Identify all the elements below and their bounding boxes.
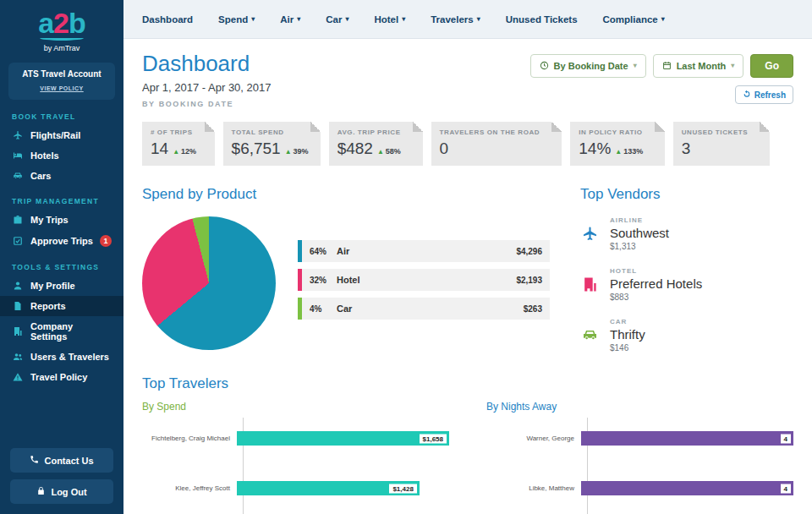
vendor-name: Southwest [610, 226, 669, 240]
calendar-icon [662, 61, 672, 72]
view-policy-link[interactable]: VIEW POLICY [40, 85, 83, 91]
up-arrow-icon: ▲ [173, 148, 179, 156]
sidebar-item-travel-policy[interactable]: Travel Policy [0, 367, 123, 387]
logo-byline: by AmTrav [0, 44, 123, 52]
sidebar-item-cars[interactable]: Cars [0, 166, 123, 186]
vendor-amount: $1,313 [610, 242, 669, 251]
bar-row: Libke, Matthew 4 [486, 481, 793, 495]
sidebar-item-hotels[interactable]: Hotels [0, 145, 123, 166]
legend-swatch [298, 298, 302, 320]
log-out-button[interactable]: Log Out [10, 479, 113, 504]
spend-bar: $1,428 [237, 481, 420, 495]
account-name: ATS Travel Account [14, 69, 110, 79]
chevron-down-icon: ▾ [477, 16, 480, 23]
page-header: Dashboard Apr 1, 2017 - Apr 30, 2017 BY … [142, 51, 793, 108]
legend-swatch [298, 269, 302, 291]
chevron-down-icon: ▾ [402, 16, 405, 23]
by-spend-label: By Spend [142, 401, 449, 413]
legend-pct: 32% [310, 276, 337, 285]
go-button[interactable]: Go [750, 54, 793, 78]
up-arrow-icon: ▲ [615, 148, 622, 156]
tab-air[interactable]: Air▾ [280, 14, 300, 25]
sidebar-item-users-travelers[interactable]: Users & Travelers [0, 347, 123, 367]
building-icon [12, 326, 24, 336]
account-card: ATS Travel Account VIEW POLICY [8, 63, 115, 100]
kpi-label: TRAVELERS ON THE ROAD [440, 128, 551, 136]
chevron-down-icon: ▾ [297, 16, 300, 23]
phone-icon [30, 455, 39, 466]
section-label-tools-settings: TOOLS & SETTINGS [0, 252, 123, 276]
sidebar-item-flights-rail[interactable]: Flights/Rail [0, 125, 123, 145]
up-arrow-icon: ▲ [377, 148, 384, 156]
legend-pct: 4% [310, 304, 337, 314]
kpi-label: TOTAL SPEND [232, 128, 309, 136]
traveler-name: Warner, George [486, 435, 581, 442]
logo-text: a2b [0, 8, 123, 37]
page-title: Dashboard [142, 51, 272, 77]
tab-dashboard[interactable]: Dashboard [142, 14, 193, 25]
traveler-name: Fichtelberg, Craig Michael [142, 435, 237, 442]
bar-row: Klee, Jeffrey Scott $1,428 [142, 481, 449, 495]
log-out-label: Log Out [51, 487, 86, 497]
user-icon [12, 281, 24, 291]
traveler-name: Klee, Jeffrey Scott [142, 484, 237, 492]
kpi-delta: 39% [294, 147, 309, 156]
contact-us-button[interactable]: Contact Us [10, 448, 113, 473]
by-nights-away-chart: Warner, George 4 Libke, Matthew [486, 413, 793, 495]
tab-car[interactable]: Car▾ [326, 14, 348, 25]
mode-label: BY BOOKING DATE [142, 100, 272, 108]
spend-by-product-section: Spend by Product 64% Air $4,296 32% [142, 186, 550, 369]
tab-compliance[interactable]: Compliance▾ [603, 14, 665, 25]
legend-item-air: 64% Air $4,296 [298, 240, 550, 262]
bar-value: 4 [781, 484, 791, 493]
lock-icon [36, 486, 46, 497]
top-travelers-section: Top Travelers By Spend Fichtelberg, Crai… [142, 375, 793, 514]
logo-letter-2: 2 [53, 7, 69, 39]
booking-date-dropdown[interactable]: By Booking Date ▾ [530, 54, 646, 78]
vendor-item-airline: AIRLINE Southwest $1,313 [580, 216, 793, 251]
section-label-book-travel: BOOK TRAVEL [0, 101, 123, 125]
sidebar-item-approve-trips[interactable]: Approve Trips 1 [0, 230, 123, 252]
main-column: Dashboard Spend▾ Air▾ Car▾ Hotel▾ Travel… [123, 0, 812, 514]
legend-label: Car [337, 303, 352, 314]
sidebar-item-label: Cars [30, 171, 51, 181]
sidebar-item-my-profile[interactable]: My Profile [0, 276, 123, 296]
booking-date-dropdown-label: By Booking Date [554, 61, 628, 71]
up-arrow-icon: ▲ [285, 148, 292, 156]
spend-bar: $1,658 [237, 431, 449, 446]
chevron-down-icon: ▾ [251, 16, 255, 23]
bar-value: $1,428 [389, 484, 416, 493]
app-logo: a2b by AmTrav [0, 0, 123, 52]
section-title-top-travelers: Top Travelers [142, 375, 793, 392]
kpi-label: # OF TRIPS [151, 128, 203, 136]
sidebar-item-label: Flights/Rail [30, 130, 80, 140]
period-dropdown-label: Last Month [677, 61, 727, 71]
traveler-name: Libke, Matthew [486, 484, 581, 492]
sidebar-item-label: Reports [30, 301, 66, 311]
logo-letter-a: a [38, 7, 53, 39]
sidebar-item-my-trips[interactable]: My Trips [0, 210, 123, 230]
kpi-card-avg-trip-price: AVG. TRIP PRICE $482▲58% [329, 122, 423, 166]
kpi-value: 14% [579, 139, 611, 158]
tab-hotel[interactable]: Hotel▾ [374, 14, 405, 25]
tab-label: Travelers [431, 14, 474, 25]
filters-row: By Booking Date ▾ Last Month ▾ Go [530, 54, 793, 78]
top-vendors-section: Top Vendors AIRLINE Southwest $1,313 [580, 186, 793, 369]
sidebar-item-reports[interactable]: Reports [0, 296, 123, 316]
tab-travelers[interactable]: Travelers▾ [431, 14, 480, 25]
legend-pct: 64% [310, 247, 337, 256]
users-icon [12, 352, 24, 362]
main-content: Dashboard Apr 1, 2017 - Apr 30, 2017 BY … [123, 39, 812, 514]
legend-item-car: 4% Car $263 [298, 298, 550, 320]
tab-unused-tickets[interactable]: Unused Tickets [506, 14, 578, 25]
tab-spend[interactable]: Spend▾ [218, 14, 255, 25]
period-dropdown[interactable]: Last Month ▾ [653, 54, 744, 78]
sidebar-item-company-settings[interactable]: Company Settings [0, 316, 123, 347]
sidebar-item-label: Travel Policy [30, 372, 87, 382]
refresh-button[interactable]: Refresh [735, 85, 793, 104]
contact-us-label: Contact Us [44, 456, 93, 466]
kpi-value: 3 [682, 139, 691, 158]
kpi-card-total-spend: TOTAL SPEND $6,751▲39% [223, 122, 321, 166]
kpi-value: $482 [337, 139, 373, 158]
vendor-category: AIRLINE [610, 216, 669, 224]
